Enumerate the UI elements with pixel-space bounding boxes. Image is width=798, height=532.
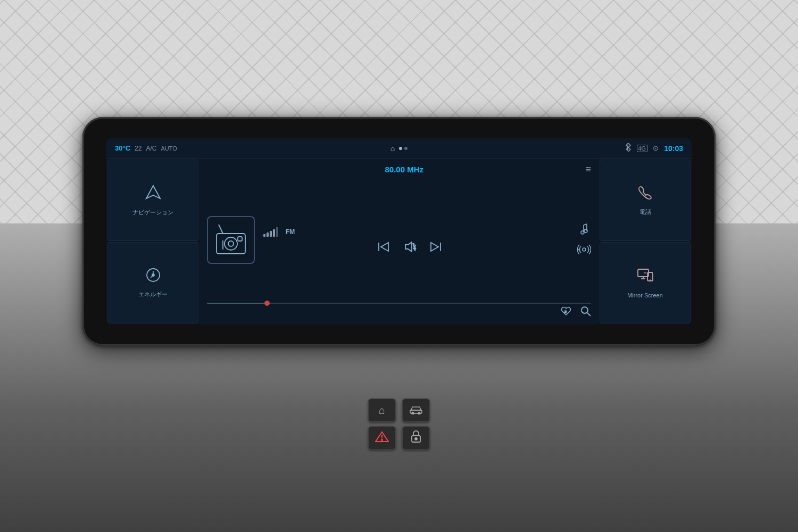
playback-controls — [263, 241, 556, 253]
home-button-icon: ⌂ — [379, 404, 385, 417]
svg-point-7 — [228, 241, 234, 246]
svg-point-35 — [418, 412, 420, 414]
svg-rect-8 — [238, 237, 242, 241]
favorites-icon[interactable]: ♫ — [560, 306, 572, 319]
skip-forward-button[interactable] — [429, 242, 442, 252]
car-button[interactable] — [402, 398, 430, 422]
skip-back-button[interactable] — [377, 242, 390, 252]
main-content: ナビゲーション エネルギー — [106, 159, 692, 325]
page-dot-1 — [399, 147, 402, 150]
svg-marker-1 — [146, 186, 160, 198]
navigation-label: ナビゲーション — [132, 209, 173, 217]
svg-point-6 — [225, 237, 237, 250]
mirror-screen-icon — [637, 267, 654, 288]
button-row-2 — [368, 426, 430, 450]
right-panel: 電話 — [598, 159, 692, 325]
signal-row: FM — [263, 227, 556, 237]
screen-display: 30°C 22 A/C AUTO ⌂ — [106, 138, 692, 325]
svg-point-26 — [581, 307, 588, 313]
radio-artwork — [207, 216, 255, 264]
band-label: FM — [286, 228, 295, 236]
energy-icon — [146, 268, 161, 286]
radio-controls: FM — [263, 227, 556, 253]
music-note-icon[interactable] — [579, 223, 591, 237]
right-side-controls — [564, 223, 591, 257]
mirror-screen-label: Mirror Screen — [627, 292, 663, 298]
seek-bar-container — [207, 303, 591, 304]
home-button[interactable]: ⌂ — [368, 398, 396, 422]
svg-point-34 — [412, 412, 414, 414]
svg-point-3 — [152, 274, 154, 276]
seek-bar[interactable] — [207, 303, 591, 304]
phone-label: 電話 — [639, 208, 651, 216]
status-left: 30°C 22 A/C AUTO — [115, 144, 304, 152]
broadcast-icon[interactable] — [577, 243, 591, 257]
signal-4g-icon: 4G — [637, 145, 648, 152]
svg-line-21 — [584, 224, 587, 225]
svg-point-41 — [415, 438, 417, 440]
bottom-icons-row: ♫ — [207, 306, 591, 319]
ac-label: A/C — [146, 145, 156, 152]
signal-bar-5 — [276, 227, 278, 237]
navigation-tile[interactable]: ナビゲーション — [107, 160, 198, 241]
ac-value: 22 — [135, 145, 142, 152]
mute-button[interactable] — [403, 241, 417, 253]
signal-bar-2 — [267, 232, 269, 237]
svg-marker-12 — [405, 242, 412, 252]
svg-rect-28 — [638, 269, 649, 277]
warning-button-icon — [375, 431, 389, 445]
svg-point-39 — [381, 439, 383, 440]
bluetooth-icon — [625, 143, 631, 153]
lock-button[interactable] — [402, 426, 430, 450]
navigation-icon — [145, 185, 161, 204]
energy-tile[interactable]: エネルギー — [107, 242, 198, 323]
svg-point-24 — [583, 248, 586, 251]
physical-buttons: ⌂ — [368, 398, 430, 450]
phone-icon — [638, 185, 653, 204]
page-dots — [399, 147, 408, 150]
left-panel: ナビゲーション エネルギー — [106, 159, 200, 325]
temperature-display: 30°C — [115, 144, 130, 152]
signal-strength — [263, 227, 278, 237]
seek-fill — [207, 303, 264, 304]
radio-body: FM — [207, 179, 591, 301]
svg-marker-11 — [381, 243, 388, 251]
button-row-1: ⌂ — [368, 398, 430, 422]
mirror-screen-tile[interactable]: Mirror Screen — [600, 242, 691, 323]
location-icon: ⊙ — [653, 144, 659, 152]
car-button-icon — [409, 404, 423, 417]
svg-text:♫: ♫ — [564, 310, 567, 313]
signal-bar-3 — [270, 231, 272, 237]
warning-button[interactable] — [368, 426, 396, 450]
menu-icon[interactable]: ≡ — [585, 164, 591, 175]
signal-bar-1 — [263, 234, 265, 237]
lock-button-icon — [411, 430, 421, 446]
home-icon[interactable]: ⌂ — [390, 144, 395, 153]
seek-handle[interactable] — [264, 301, 270, 306]
radio-panel: 80.00 MHz ≡ — [200, 159, 598, 325]
auto-label: AUTO — [161, 145, 177, 152]
svg-line-27 — [587, 313, 591, 316]
status-center: ⌂ — [304, 144, 494, 153]
page-dot-2 — [404, 147, 408, 150]
phone-tile[interactable]: 電話 — [600, 160, 691, 241]
frequency-display: 80.00 MHz — [223, 165, 585, 174]
energy-label: エネルギー — [138, 290, 168, 298]
status-right: 4G ⊙ 10:03 — [494, 143, 683, 153]
search-icon[interactable] — [580, 306, 591, 319]
status-bar: 30°C 22 A/C AUTO ⌂ — [106, 138, 692, 159]
signal-bar-4 — [273, 229, 275, 237]
radio-header: 80.00 MHz ≡ — [207, 164, 591, 175]
svg-line-5 — [219, 225, 223, 234]
infotainment-screen: 30°C 22 A/C AUTO ⌂ — [82, 117, 716, 346]
clock-display: 10:03 — [664, 144, 683, 153]
svg-marker-18 — [431, 243, 438, 251]
